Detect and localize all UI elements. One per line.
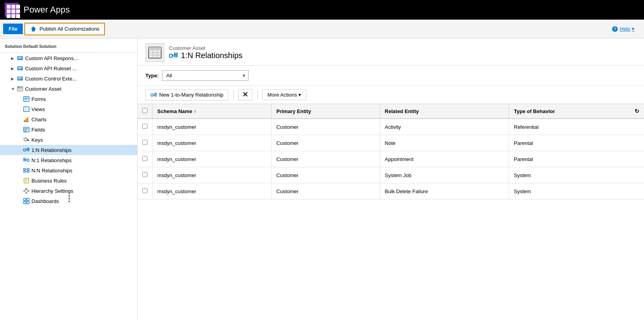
svg-line-62 (26, 189, 28, 190)
sidebar-tree[interactable]: ▶ Custom API Respons... ▶ (0, 53, 137, 320)
svg-rect-23 (24, 108, 29, 108)
sidebar-label: Business Rules (31, 178, 67, 184)
more-actions-label: More Actions (267, 92, 297, 98)
relationships-table: Schema Name ↑ Primary Entity Related Ent… (138, 104, 644, 199)
forms-icon (23, 95, 30, 102)
table-container[interactable]: Schema Name ↑ Primary Entity Related Ent… (138, 104, 644, 320)
svg-rect-35 (27, 139, 29, 140)
table-row[interactable]: msdyn_customer Customer System Job Syste… (138, 167, 644, 183)
rel-n1-icon (23, 157, 30, 164)
cell-schema-name: msdyn_customer (153, 135, 272, 151)
separator2 (257, 90, 258, 100)
sidebar-item-views[interactable]: ▶ Views (0, 104, 137, 114)
main-container: Solution Default Solution ▶ Custom API R… (0, 38, 644, 320)
row-checkbox-cell[interactable] (138, 135, 153, 151)
sidebar-item-hierarchy-settings[interactable]: ▶ Hierarchy Settings (0, 186, 137, 196)
cell-type-of-behavior: Parental (509, 135, 644, 151)
sidebar-label: Custom Control Exte... (25, 76, 77, 82)
svg-rect-44 (24, 158, 26, 159)
row-checkbox[interactable] (142, 156, 147, 161)
sidebar-item-business-rules[interactable]: ▶ Business Rules (0, 176, 137, 186)
node-icon (17, 55, 24, 62)
file-button[interactable]: File (3, 24, 23, 34)
sidebar-item-nn-relationships[interactable]: ▶ N:N Relationships (0, 165, 137, 176)
sidebar-item-charts[interactable]: ▶ Charts (0, 114, 137, 124)
type-select[interactable]: All (162, 70, 248, 81)
svg-point-34 (24, 138, 27, 141)
toolbar-left: File Publish All Customizations (3, 23, 105, 35)
more-actions-button[interactable]: More Actions ▾ (262, 90, 306, 100)
svg-rect-8 (18, 67, 22, 68)
toolbar-right: ? Help ▾ (612, 26, 635, 32)
sidebar-label: Dashboards (31, 198, 59, 204)
sidebar-item-custom-control-exte[interactable]: ▶ Custom Control Exte... (0, 73, 137, 84)
svg-rect-26 (24, 120, 25, 122)
svg-rect-17 (18, 89, 22, 90)
sidebar-item-custom-api-ruleset[interactable]: ▶ Custom API Ruleset ... (0, 63, 137, 73)
delete-button[interactable] (238, 89, 252, 101)
help-link[interactable]: ? Help ▾ (612, 26, 635, 32)
charts-icon (23, 116, 30, 123)
row-checkbox-cell[interactable] (138, 183, 153, 199)
sidebar-label: N:N Relationships (31, 168, 72, 174)
table-row[interactable]: msdyn_customer Customer Activity Referen… (138, 119, 644, 135)
cell-schema-name: msdyn_customer (153, 151, 272, 167)
sidebar-item-forms[interactable]: ▶ Forms (0, 94, 137, 104)
cell-type-of-behavior: System (509, 183, 644, 199)
sidebar-item-fields[interactable]: ▶ Fields (0, 124, 137, 135)
waffle-icon[interactable] (5, 3, 19, 17)
row-checkbox[interactable] (142, 124, 147, 129)
related-entity-label: Related Entity (385, 108, 419, 114)
new-relationship-button[interactable]: New 1-to-Many Relationship (145, 90, 228, 101)
help-icon: ? (612, 26, 618, 32)
sidebar-item-n1-relationships[interactable]: ▶ N:1 Relationships (0, 155, 137, 165)
row-checkbox-cell[interactable] (138, 167, 153, 183)
svg-rect-75 (175, 53, 177, 55)
table-row[interactable]: msdyn_customer Customer Appointment Pare… (138, 151, 644, 167)
sidebar-item-keys[interactable]: ▶ Keys (0, 135, 137, 145)
row-checkbox[interactable] (142, 172, 147, 177)
svg-rect-59 (28, 190, 29, 192)
row-checkbox-cell[interactable] (138, 151, 153, 167)
action-bar: New 1-to-Many Relationship More Actions … (138, 86, 644, 104)
svg-rect-57 (26, 188, 27, 189)
table-row[interactable]: msdyn_customer Customer Bulk Delete Fail… (138, 183, 644, 199)
header-primary-entity[interactable]: Primary Entity (271, 104, 380, 119)
relationship-icon (169, 51, 178, 60)
sidebar-label: Custom API Ruleset ... (25, 66, 77, 71)
svg-rect-37 (28, 140, 28, 141)
sidebar-label: Custom API Respons... (25, 55, 78, 61)
header-type-of-behavior[interactable]: Type of Behavior ↻ (509, 104, 644, 118)
sidebar-item-1n-relationships[interactable]: ▶ 1:N Relationships (0, 145, 137, 155)
drag-handle[interactable] (67, 195, 72, 202)
type-of-behavior-label: Type of Behavior (514, 108, 555, 114)
entity-grid-icon (145, 43, 164, 62)
cell-schema-name: msdyn_customer (153, 119, 272, 135)
sidebar-item-custom-api-respons[interactable]: ▶ Custom API Respons... (0, 53, 137, 63)
row-checkbox[interactable] (142, 140, 147, 145)
svg-rect-32 (24, 130, 27, 130)
header-checkbox-cell[interactable] (138, 104, 153, 119)
select-all-checkbox[interactable] (142, 108, 147, 113)
sidebar-label: N:1 Relationships (31, 157, 72, 163)
cell-schema-name: msdyn_customer (153, 183, 272, 199)
type-select-wrapper[interactable]: All (162, 70, 248, 81)
content-header: Customer Asset 1:N Relationships (138, 38, 644, 66)
svg-rect-76 (175, 55, 177, 57)
header-related-entity[interactable]: Related Entity (380, 104, 509, 119)
publish-label: Publish All Customizations (39, 26, 99, 32)
hierarchy-icon (23, 187, 30, 194)
svg-rect-16 (20, 88, 22, 88)
row-checkbox-cell[interactable] (138, 119, 153, 135)
row-checkbox[interactable] (142, 188, 147, 193)
cell-primary-entity: Customer (271, 119, 380, 135)
sidebar-label: Fields (31, 127, 45, 133)
refresh-icon[interactable]: ↻ (635, 108, 639, 114)
sidebar-item-customer-asset[interactable]: ▼ Customer Asset (0, 84, 137, 94)
publish-all-button[interactable]: Publish All Customizations (24, 23, 105, 35)
svg-rect-49 (27, 168, 29, 170)
table-row[interactable]: msdyn_customer Customer Note Parental (138, 135, 644, 151)
header-schema-name[interactable]: Schema Name ↑ (153, 104, 272, 119)
cell-type-of-behavior: System (509, 167, 644, 183)
svg-rect-64 (24, 198, 26, 201)
